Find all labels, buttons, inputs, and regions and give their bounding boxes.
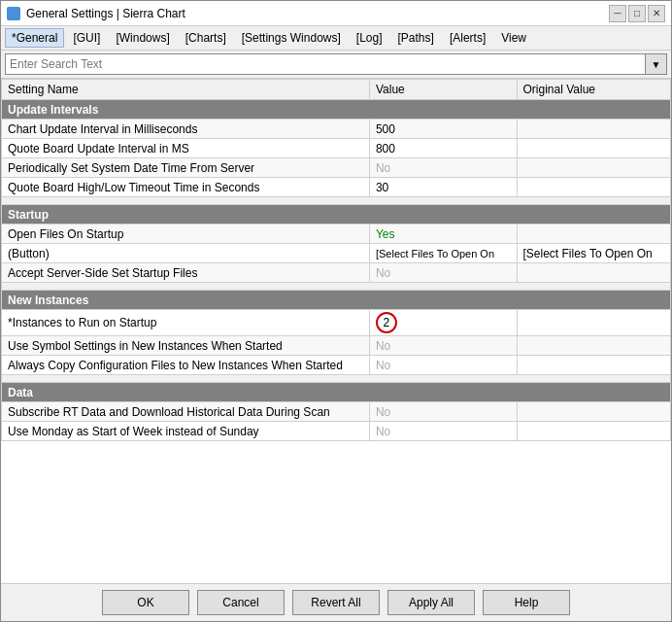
value-col-cell: No	[369, 402, 517, 422]
search-bar: ▼	[1, 51, 671, 79]
search-dropdown-button[interactable]: ▼	[646, 53, 667, 75]
setting-name-cell: Open Files On Startup	[2, 225, 370, 244]
value-col-cell: No	[369, 422, 517, 441]
value-cell: Yes	[376, 227, 395, 241]
value-col-cell: 500	[369, 120, 517, 139]
empty-row	[2, 283, 671, 291]
menu-item-gui[interactable]: [GUI]	[66, 28, 107, 48]
col-header-original: Original Value	[517, 80, 670, 100]
table-row[interactable]: Use Symbol Settings in New Instances Whe…	[2, 336, 671, 356]
value-col-cell: 2	[369, 310, 517, 336]
main-window: General Settings | Sierra Chart ─ □ ✕ *G…	[0, 0, 672, 622]
value-cell-circled: 2	[376, 312, 397, 333]
original-value-cell	[517, 402, 670, 422]
section-header-row: Data	[2, 383, 671, 402]
apply-all-button[interactable]: Apply All	[387, 590, 475, 615]
menu-item-log[interactable]: [Log]	[350, 28, 389, 48]
setting-name-cell: Use Monday as Start of Week instead of S…	[2, 422, 370, 441]
maximize-button[interactable]: □	[628, 5, 646, 22]
menu-item-alerts[interactable]: [Alerts]	[443, 28, 492, 48]
cancel-button[interactable]: Cancel	[197, 590, 285, 615]
table-row[interactable]: Quote Board Update Interval in MS 800	[2, 139, 671, 158]
original-value-cell	[517, 225, 670, 244]
original-value-cell	[517, 158, 670, 178]
section-label: Update Intervals	[2, 100, 671, 120]
section-label: Data	[2, 383, 671, 402]
section-header-row: Update Intervals	[2, 100, 671, 120]
original-value-cell: [Select Files To Open On	[517, 244, 670, 263]
table-row[interactable]: Open Files On Startup Yes	[2, 225, 671, 244]
minimize-button[interactable]: ─	[609, 5, 626, 22]
setting-name-cell: Accept Server-Side Set Startup Files	[2, 263, 370, 283]
window-title: General Settings | Sierra Chart	[26, 7, 185, 20]
menu-item-view[interactable]: View	[494, 28, 533, 48]
close-button[interactable]: ✕	[648, 5, 665, 22]
original-value-cell	[517, 422, 670, 441]
value-cell: No	[376, 425, 390, 438]
value-cell: No	[376, 359, 390, 372]
setting-name-cell: Chart Update Interval in Milliseconds	[2, 120, 370, 139]
value-col-cell: No	[369, 356, 517, 375]
col-header-name: Setting Name	[2, 80, 370, 100]
original-value-cell	[517, 263, 670, 283]
value-col-cell: 800	[369, 139, 517, 158]
settings-table-container: Setting Name Value Original Value Update…	[1, 79, 671, 583]
menu-item-windows[interactable]: [Windows]	[109, 28, 176, 48]
menu-item-settings-windows[interactable]: [Settings Windows]	[235, 28, 348, 48]
revert-all-button[interactable]: Revert All	[292, 590, 380, 615]
setting-name-cell: (Button)	[2, 244, 370, 263]
table-row[interactable]: Chart Update Interval in Milliseconds 50…	[2, 120, 671, 139]
original-value-cell	[517, 139, 670, 158]
table-row[interactable]: (Button) [Select Files To Open On [Selec…	[2, 244, 671, 263]
title-bar: General Settings | Sierra Chart ─ □ ✕	[1, 1, 671, 26]
menu-item-paths[interactable]: [Paths]	[391, 28, 441, 48]
original-value-cell	[517, 336, 670, 356]
setting-name-cell: Quote Board High/Low Timeout Time in Sec…	[2, 178, 370, 197]
value-cell: No	[376, 266, 390, 280]
section-header-row: Startup	[2, 205, 671, 225]
value-col-cell: [Select Files To Open On	[369, 244, 517, 263]
value-cell: No	[376, 339, 390, 353]
section-label: Startup	[2, 205, 671, 225]
value-cell: No	[376, 405, 390, 419]
value-col-cell: 30	[369, 178, 517, 197]
ok-button[interactable]: OK	[102, 590, 189, 615]
table-row[interactable]: Always Copy Configuration Files to New I…	[2, 356, 671, 375]
menu-item-general[interactable]: *General	[5, 28, 64, 48]
value-cell: 30	[376, 181, 388, 194]
empty-row	[2, 197, 671, 205]
empty-row	[2, 375, 671, 383]
table-row[interactable]: Accept Server-Side Set Startup Files No	[2, 263, 671, 283]
value-cell: 500	[376, 122, 395, 136]
value-cell: 800	[376, 142, 395, 156]
original-value-cell	[517, 120, 670, 139]
table-row[interactable]: *Instances to Run on Startup 2	[2, 310, 671, 336]
app-icon	[7, 7, 20, 20]
button-value-cell: [Select Files To Open On	[376, 248, 494, 259]
col-header-value: Value	[369, 80, 517, 100]
setting-name-cell: Subscribe RT Data and Download Historica…	[2, 402, 370, 422]
value-col-cell: No	[369, 336, 517, 356]
value-col-cell: Yes	[369, 225, 517, 244]
original-value-cell	[517, 310, 670, 336]
section-label: New Instances	[2, 291, 671, 310]
setting-name-cell: Quote Board Update Interval in MS	[2, 139, 370, 158]
value-cell: No	[376, 161, 390, 175]
search-input[interactable]	[5, 53, 646, 75]
table-row[interactable]: Periodically Set System Date Time From S…	[2, 158, 671, 178]
original-value-cell	[517, 178, 670, 197]
value-col-cell: No	[369, 158, 517, 178]
menu-item-charts[interactable]: [Charts]	[179, 28, 233, 48]
table-row[interactable]: Quote Board High/Low Timeout Time in Sec…	[2, 178, 671, 197]
setting-name-cell: Periodically Set System Date Time From S…	[2, 158, 370, 178]
help-button[interactable]: Help	[483, 590, 570, 615]
settings-table: Setting Name Value Original Value Update…	[1, 79, 671, 441]
table-row[interactable]: Subscribe RT Data and Download Historica…	[2, 402, 671, 422]
section-header-row: New Instances	[2, 291, 671, 310]
footer: OK Cancel Revert All Apply All Help	[1, 583, 671, 621]
setting-name-cell: Always Copy Configuration Files to New I…	[2, 356, 370, 375]
menu-bar: *General [GUI] [Windows] [Charts] [Setti…	[1, 26, 671, 51]
table-row[interactable]: Use Monday as Start of Week instead of S…	[2, 422, 671, 441]
value-col-cell: No	[369, 263, 517, 283]
setting-name-cell: *Instances to Run on Startup	[2, 310, 370, 336]
